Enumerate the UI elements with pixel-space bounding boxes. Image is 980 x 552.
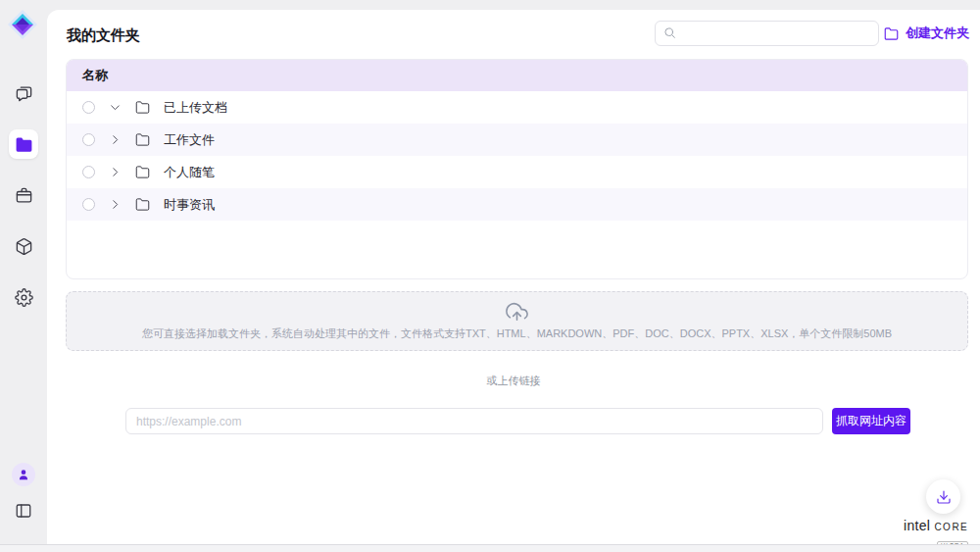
page-title: 我的文件夹 — [67, 26, 140, 45]
table-header: 名称 — [67, 60, 967, 91]
sidebar-item-chat[interactable] — [9, 78, 38, 108]
row-checkbox[interactable] — [82, 101, 95, 114]
sidebar-item-folders[interactable] — [9, 129, 38, 159]
gear-icon — [15, 288, 33, 307]
upload-hint: 您可直接选择加载文件夹，系统自动处理其中的文件，文件格式支持TXT、HTML、M… — [142, 326, 892, 341]
chat-icon — [15, 84, 33, 103]
folder-icon — [135, 165, 150, 179]
table-row[interactable]: 时事资讯 — [67, 188, 967, 221]
folder-table: 名称 已上传文档 工作文件 个人随笔 时事资讯 — [66, 59, 968, 279]
folder-icon — [135, 132, 150, 147]
table-row[interactable]: 工作文件 — [67, 124, 967, 156]
sidebar-item-settings[interactable] — [9, 282, 38, 312]
download-fab-button[interactable] — [926, 479, 960, 514]
row-checkbox[interactable] — [82, 133, 95, 146]
chevron-right-icon[interactable] — [109, 198, 122, 211]
or-upload-link-label: 或上传链接 — [47, 374, 980, 388]
upload-dropzone[interactable]: 您可直接选择加载文件夹，系统自动处理其中的文件，文件格式支持TXT、HTML、M… — [66, 291, 968, 351]
search-icon — [663, 26, 676, 39]
collapse-sidebar-button[interactable] — [9, 496, 38, 526]
folder-icon — [135, 197, 150, 212]
panel-toggle-icon — [15, 502, 32, 520]
main-panel: 我的文件夹 创建文件夹 名称 已上传文档 工作文件 — [47, 10, 980, 545]
folder-name: 工作文件 — [164, 131, 215, 149]
sidebar-item-workspace[interactable] — [9, 180, 38, 210]
window-bottom-edge — [0, 544, 980, 552]
url-input[interactable] — [125, 408, 823, 434]
search-box — [655, 21, 879, 46]
table-row[interactable]: 已上传文档 — [67, 91, 967, 124]
search-input[interactable] — [655, 21, 879, 46]
user-icon — [17, 468, 30, 481]
chevron-down-icon[interactable] — [109, 101, 122, 114]
chevron-right-icon[interactable] — [109, 133, 122, 146]
folder-name: 已上传文档 — [164, 99, 227, 117]
sidebar — [0, 0, 47, 552]
box-icon — [15, 237, 33, 256]
download-icon — [936, 489, 952, 505]
row-checkbox[interactable] — [82, 166, 95, 178]
core-word: core — [934, 518, 968, 533]
folder-plus-icon — [884, 26, 899, 41]
column-header-name: 名称 — [82, 67, 108, 84]
folder-name: 时事资讯 — [164, 196, 215, 214]
create-folder-label: 创建文件夹 — [906, 25, 969, 42]
row-checkbox[interactable] — [82, 198, 95, 211]
create-folder-button[interactable]: 创建文件夹 — [884, 25, 969, 42]
fetch-url-button[interactable]: 抓取网址内容 — [832, 408, 910, 434]
user-avatar[interactable] — [12, 463, 35, 486]
app-logo-gem-icon — [7, 9, 38, 40]
cloud-upload-icon — [506, 301, 528, 324]
briefcase-icon — [15, 186, 33, 205]
table-row[interactable]: 个人随笔 — [67, 156, 967, 188]
folder-icon — [15, 135, 33, 154]
chevron-right-icon[interactable] — [109, 166, 122, 178]
sidebar-item-models[interactable] — [9, 231, 38, 261]
intel-word: intel — [904, 518, 930, 533]
folder-icon — [135, 100, 150, 115]
folder-name: 个人随笔 — [164, 164, 215, 181]
